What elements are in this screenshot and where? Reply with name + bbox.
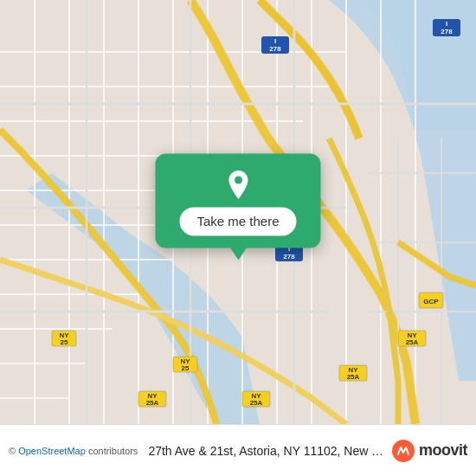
bottom-bar: © OpenStreetMap contributors 27th Ave & … [0,424,476,476]
svg-text:25: 25 [182,364,190,372]
svg-text:I: I [446,20,447,28]
svg-text:GCP: GCP [423,298,439,306]
moovit-icon [391,439,415,463]
svg-text:25A: 25A [406,338,419,346]
moovit-logo: moovit [391,439,467,463]
svg-text:25: 25 [61,338,68,346]
svg-text:I: I [274,37,276,45]
svg-text:278: 278 [283,253,295,261]
take-me-there-button[interactable]: Take me there [179,207,296,235]
osm-link[interactable]: OpenStreetMap [18,446,86,456]
osm-attribution: © OpenStreetMap contributors [9,446,138,456]
svg-text:25A: 25A [250,399,263,407]
map-popup[interactable]: Take me there [155,153,320,248]
svg-text:278: 278 [441,28,453,35]
map-container: I 278 I 278 I 278 NY 25 NY 25 NY 25A NY … [0,0,476,424]
moovit-text: moovit [419,441,467,460]
svg-text:25A: 25A [146,399,159,407]
address-text: 27th Ave & 21st, Astoria, NY 11102, New … [145,444,384,458]
svg-point-64 [234,177,241,184]
svg-text:25A: 25A [347,373,360,381]
osm-copyright: © [9,446,16,456]
osm-contributors: contributors [88,446,138,456]
svg-text:278: 278 [269,45,281,53]
location-pin-icon [222,169,254,200]
